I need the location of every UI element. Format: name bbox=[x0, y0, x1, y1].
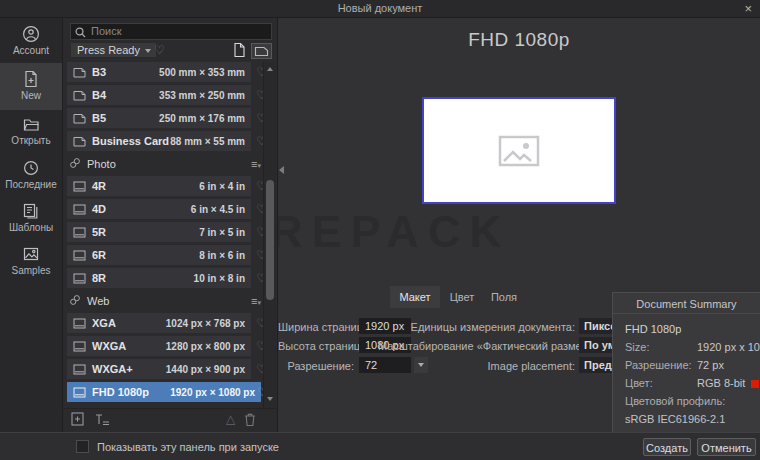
landscape-orientation-button[interactable] bbox=[251, 43, 272, 59]
screen-icon bbox=[73, 387, 86, 398]
preset-panel: Press Ready ♡ B3 500 mm × 353 mm ♡ B4 35… bbox=[62, 18, 278, 432]
dialog-title: Новый документ bbox=[0, 2, 760, 14]
document-preview bbox=[422, 97, 616, 204]
recent-clock-icon bbox=[22, 159, 40, 177]
print-page-icon bbox=[73, 136, 86, 147]
summary-resolution: Разрешение:72 px bbox=[625, 359, 760, 371]
rgb-swatches bbox=[751, 378, 760, 389]
show-panel-checkbox[interactable] bbox=[76, 440, 89, 453]
red-swatch bbox=[751, 380, 759, 388]
preset-row[interactable]: WXGA+ 1440 px × 900 px ♡ bbox=[67, 359, 251, 379]
tab-margins[interactable]: Поля bbox=[484, 286, 524, 308]
close-icon[interactable]: × bbox=[744, 1, 752, 16]
samples-image-icon bbox=[22, 245, 40, 263]
watermark: REPACK bbox=[278, 206, 511, 258]
rename-preset-icon[interactable] bbox=[94, 412, 111, 431]
preset-row-selected[interactable]: FHD 1080p 1920 px × 1080 px ♡ bbox=[67, 382, 261, 402]
section-header-web[interactable]: Web ≡▾ bbox=[67, 291, 261, 311]
summary-title: Document Summary bbox=[613, 293, 760, 314]
sidebar-item-new[interactable]: New bbox=[0, 63, 62, 110]
trash-icon[interactable] bbox=[243, 412, 257, 431]
search-box bbox=[70, 21, 272, 38]
resolution-label: Разрешение: bbox=[278, 360, 354, 372]
document-summary-panel: Document Summary FHD 1080p Size:1920 px … bbox=[612, 292, 760, 432]
summary-size: Size:1920 px x 1080 px bbox=[625, 341, 760, 353]
preset-list: B3 500 mm × 353 mm ♡ B4 353 mm × 250 mm … bbox=[63, 62, 264, 408]
print-page-icon bbox=[73, 113, 86, 124]
preset-toolbar: △ bbox=[63, 408, 279, 430]
collapse-panel-icon[interactable] bbox=[279, 166, 284, 174]
new-document-icon bbox=[22, 70, 40, 88]
sidebar-item-templates[interactable]: Шаблоны bbox=[0, 202, 62, 233]
sidebar-item-recent[interactable]: Последние bbox=[0, 159, 62, 190]
footer-bar: Показывать эту панель при запуске Создат… bbox=[0, 432, 760, 460]
warning-triangle-icon[interactable]: △ bbox=[226, 413, 235, 425]
link-icon bbox=[69, 157, 81, 171]
section-menu-icon[interactable]: ≡▾ bbox=[251, 295, 261, 307]
image-placement-label: Image placement: bbox=[378, 360, 575, 372]
screen-icon bbox=[73, 364, 86, 375]
preset-row[interactable]: Business Card 88 mm × 55 mm ♡ bbox=[67, 131, 251, 151]
open-folder-icon bbox=[22, 115, 40, 133]
account-icon bbox=[22, 25, 40, 43]
sidebar-item-account[interactable]: Account bbox=[0, 25, 62, 56]
page-title: FHD 1080p bbox=[278, 29, 760, 51]
screen-icon bbox=[73, 341, 86, 352]
portrait-orientation-icon[interactable] bbox=[233, 42, 246, 62]
section-header-photo[interactable]: Photo ≡▾ bbox=[67, 154, 261, 174]
category-dropdown[interactable]: Press Ready bbox=[70, 42, 157, 58]
photo-paper-icon bbox=[73, 273, 86, 284]
preset-row[interactable]: 5R 7 in × 5 in ♡ bbox=[67, 222, 251, 242]
units-label: Единицы измерения документа: bbox=[378, 321, 575, 333]
scrollbar-thumb[interactable] bbox=[266, 180, 274, 300]
preset-row[interactable]: XGA 1024 px × 768 px ♡ bbox=[67, 313, 251, 333]
summary-name: FHD 1080p bbox=[625, 323, 760, 335]
preset-row[interactable]: B5 250 mm × 176 mm ♡ bbox=[67, 108, 251, 128]
tab-layout[interactable]: Макет bbox=[390, 286, 440, 308]
page-width-label: Ширина страницы: bbox=[278, 321, 354, 333]
chevron-down-icon bbox=[145, 49, 151, 53]
show-panel-label: Показывать эту панель при запуске bbox=[97, 441, 279, 453]
preset-row[interactable]: 8R 10 in × 8 in ♡ bbox=[67, 268, 251, 288]
preset-row[interactable]: WXGA 1280 px × 800 px ♡ bbox=[67, 336, 251, 356]
photo-paper-icon bbox=[73, 250, 86, 261]
new-document-dialog: Новый документ × Account New Открыть bbox=[0, 0, 760, 460]
filter-row: Press Ready ♡ bbox=[70, 42, 272, 59]
summary-color: Цвет: RGB 8-bit bbox=[625, 377, 760, 389]
templates-icon bbox=[22, 202, 40, 220]
photo-paper-icon bbox=[73, 204, 86, 215]
photo-paper-icon bbox=[73, 181, 86, 192]
scroll-up-icon[interactable] bbox=[267, 67, 273, 71]
screen-icon bbox=[73, 318, 86, 329]
create-button[interactable]: Создать bbox=[643, 438, 691, 456]
summary-profile-label: Цветовой профиль: bbox=[625, 395, 760, 407]
photo-paper-icon bbox=[73, 227, 86, 238]
cancel-button[interactable]: Отменить bbox=[697, 438, 756, 456]
dialog-titlebar: Новый документ × bbox=[0, 0, 760, 18]
print-page-icon bbox=[73, 90, 86, 101]
sidebar: Account New Открыть Последние Шаблоны bbox=[0, 18, 62, 432]
search-input[interactable] bbox=[70, 23, 272, 40]
add-preset-icon[interactable] bbox=[71, 412, 85, 431]
favorites-heart-icon[interactable]: ♡ bbox=[154, 44, 165, 56]
image-placeholder-icon bbox=[498, 135, 540, 167]
preset-row[interactable]: 4D 6 in × 4.5 in ♡ bbox=[67, 199, 251, 219]
print-page-icon bbox=[73, 67, 86, 78]
preset-row[interactable]: 6R 8 in × 6 in ♡ bbox=[67, 245, 251, 265]
sidebar-item-samples[interactable]: Samples bbox=[0, 245, 62, 276]
list-scrollbar[interactable] bbox=[263, 62, 276, 408]
link-icon bbox=[69, 294, 81, 308]
tab-color[interactable]: Цвет bbox=[442, 286, 482, 308]
preset-row[interactable]: B3 500 mm × 353 mm ♡ bbox=[67, 62, 251, 82]
summary-profile-value: sRGB IEC61966-2.1 bbox=[625, 413, 760, 425]
scaling-label: Масштабирование «Фактический размер»: bbox=[378, 340, 575, 352]
section-menu-icon[interactable]: ≡▾ bbox=[251, 158, 261, 170]
preset-row[interactable]: 4R 6 in × 4 in ♡ bbox=[67, 176, 251, 196]
preset-row[interactable]: B4 353 mm × 250 mm ♡ bbox=[67, 85, 251, 105]
sidebar-item-open[interactable]: Открыть bbox=[0, 115, 62, 146]
page-height-label: Высота страницы: bbox=[278, 340, 354, 352]
search-icon bbox=[75, 24, 86, 42]
scroll-down-icon[interactable] bbox=[267, 397, 273, 401]
